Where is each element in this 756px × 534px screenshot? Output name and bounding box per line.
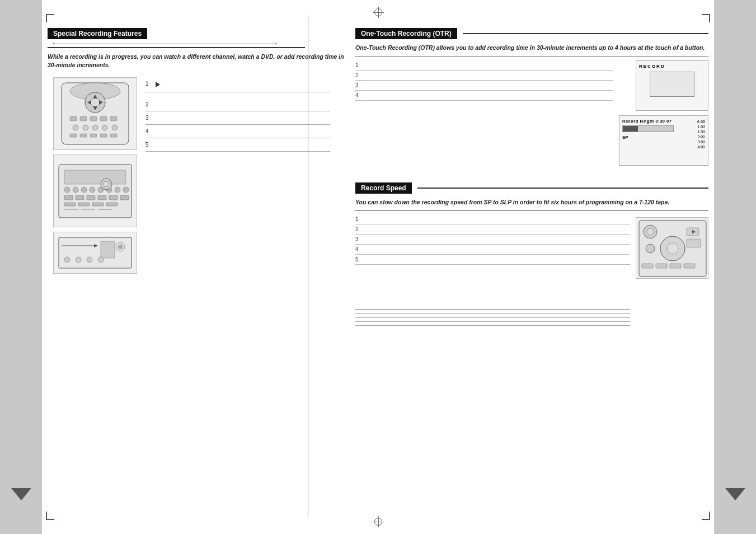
otr-step-num-4: 4 [355,92,365,99]
svg-rect-41 [92,203,104,206]
step-1-area: 1 [140,76,336,99]
svg-point-53 [118,245,123,249]
speed-desc-text: You can slow down the recording speed fr… [355,198,708,207]
speed-step-num-1: 1 [355,216,365,222]
otr-record-label: RECORD [639,64,705,69]
left-section-header-box: Special Recording Features [48,28,350,47]
svg-point-16 [102,125,107,130]
svg-point-13 [73,125,78,130]
otr-time-scale: 0:30 1:00 1:30 2:00 3:00 4:00 [697,119,705,149]
svg-rect-66 [642,264,653,268]
left-section-title: Special Recording Features [48,28,147,39]
step-3: 3 [145,115,330,121]
otr-time-3: 2:00 [697,135,705,139]
step-num-5: 5 [145,142,156,148]
tape-svg [56,235,134,271]
speed-step-num-2: 2 [355,226,365,232]
svg-rect-20 [90,134,97,137]
speed-device-svg [636,218,708,279]
otr-desc-text: One-Touch Recording (OTR) allows you to … [355,44,708,52]
otr-step-2: 2 [355,72,613,78]
step-num-1: 1 [145,81,156,87]
speed-device-image [636,217,708,279]
otr-step-4: 4 [355,92,613,99]
svg-point-17 [112,125,118,130]
svg-point-28 [90,187,95,193]
otr-time-5: 4:00 [697,145,705,149]
speed-step-3: 3 [355,236,630,242]
play-arrow-icon [156,82,160,87]
left-page: Special Recording Features While a recor… [42,0,350,534]
svg-rect-19 [80,134,87,137]
step-num-2: 2 [145,101,156,107]
otr-steps: 1 2 3 4 [355,60,613,102]
speed-header-container: Record Speed [355,182,714,194]
svg-rect-22 [110,134,117,137]
step-1: 1 [145,81,330,88]
otr-step-num-2: 2 [355,72,365,78]
svg-rect-11 [100,116,107,121]
svg-point-64 [667,243,678,254]
otr-time-1: 1:00 [697,125,705,129]
svg-point-60 [647,228,654,235]
sidebar-right [714,0,756,534]
otr-progress-bar [622,125,674,132]
otr-step-3: 3 [355,82,613,88]
svg-point-57 [98,257,104,263]
svg-rect-10 [90,116,97,121]
otr-screen-inner [650,72,694,97]
otr-content-area: 1 2 3 4 [355,60,708,166]
step-3-area: 3 [140,115,336,125]
step-4-area: 4 [140,128,336,138]
svg-point-31 [115,187,120,193]
svg-rect-67 [656,264,667,268]
svg-rect-9 [80,116,87,121]
svg-point-55 [76,257,81,263]
speed-step-5: 5 [355,256,630,263]
svg-point-15 [92,125,98,130]
speed-step-num-5: 5 [355,256,365,263]
svg-point-54 [64,257,70,263]
otr-header-container: One-Touch Recording (OTR) [355,28,714,39]
speed-section-title: Record Speed [355,182,412,194]
step-1-content [156,81,330,88]
speed-device-box [636,217,708,279]
vcr-svg [56,159,134,223]
triangle-icon-left [11,488,31,500]
step-num-3: 3 [145,115,156,121]
svg-rect-12 [110,116,117,121]
svg-rect-51 [101,241,115,258]
step-5: 5 [145,142,330,148]
speed-step-1: 1 [355,216,630,222]
svg-point-27 [81,187,87,193]
svg-rect-38 [120,195,129,200]
device-images-column [48,73,134,278]
otr-time-4: 3:00 [697,140,705,144]
otr-sp-label: SP [622,135,696,140]
main-content: Special Recording Features While a recor… [42,0,714,534]
svg-rect-48 [59,237,132,268]
right-page: One-Touch Recording (OTR) One-Touch Reco… [350,0,714,534]
svg-point-44 [104,181,109,187]
otr-progress-fill [623,126,638,132]
speed-steps: 1 2 3 4 [355,214,630,329]
speed-step-num-3: 3 [355,236,365,242]
otr-step-num-3: 3 [355,82,365,88]
vcr-front-image [53,154,137,227]
svg-rect-35 [87,195,95,200]
speed-step-2: 2 [355,226,630,232]
left-header-line [48,47,305,48]
svg-rect-18 [70,134,77,137]
otr-time-0: 0:30 [697,120,705,124]
svg-rect-40 [78,203,90,206]
svg-point-32 [123,187,129,193]
svg-rect-33 [64,195,73,200]
step-num-4: 4 [145,128,156,134]
svg-point-3 [91,98,100,107]
sidebar-left [0,0,42,534]
triangle-icon-right [725,488,745,500]
left-desc-text: While a recording is in progress, you ca… [48,53,344,69]
speed-step-4: 4 [355,246,630,252]
remote-image-1 [53,77,137,150]
remote-svg-1 [59,80,132,147]
